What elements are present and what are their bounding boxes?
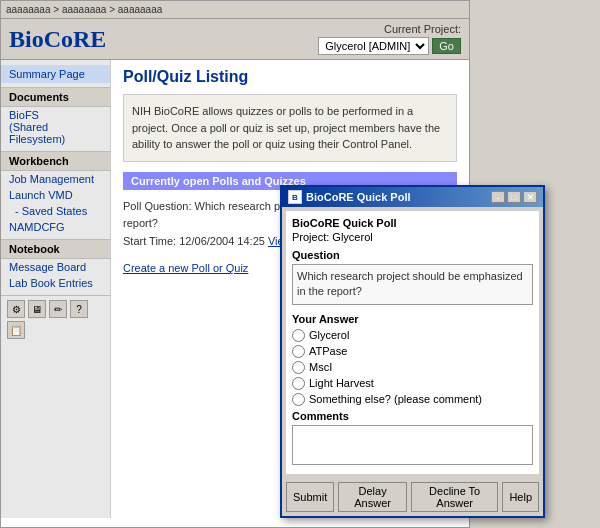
dialog-answer-label: Your Answer [292, 313, 533, 325]
poll-question-label: Poll Question: [123, 200, 191, 212]
radio-light-harvest[interactable] [292, 377, 305, 390]
radio-msci[interactable] [292, 361, 305, 374]
project-select[interactable]: Glycerol [ADMIN] [318, 37, 429, 55]
header-bar: BioCoRE Current Project: Glycerol [ADMIN… [1, 19, 469, 60]
dialog-title-text: BioCoRE Quick Poll [306, 191, 411, 203]
sidebar-item-message-board[interactable]: Message Board [1, 259, 110, 275]
radio-option-glycerol: Glycerol [292, 329, 533, 342]
sidebar-section-documents: Documents [1, 87, 110, 107]
sidebar-item-lab-book[interactable]: Lab Book Entries [1, 275, 110, 291]
tool-icon-1[interactable]: ⚙ [7, 300, 25, 318]
project-section: Current Project: Glycerol [ADMIN] Go [318, 23, 461, 55]
info-box: NIH BioCoRE allows quizzes or polls to b… [123, 94, 457, 162]
dialog-buttons: Submit Delay Answer Decline To Answer He… [282, 478, 543, 516]
breadcrumb: aaaaaaaa > aaaaaaaa > aaaaaaaa [6, 4, 162, 15]
radio-label-atpase: ATPase [309, 345, 347, 357]
page-title: Poll/Quiz Listing [123, 68, 457, 86]
radio-label-something-else: Something else? (please comment) [309, 393, 482, 405]
radio-option-light-harvest: Light Harvest [292, 377, 533, 390]
radio-label-light-harvest: Light Harvest [309, 377, 374, 389]
quick-poll-dialog: B BioCoRE Quick Poll - □ ✕ BioCoRE Quick… [280, 185, 545, 518]
sidebar-item-launch-vmd[interactable]: Launch VMD [1, 187, 110, 203]
dialog-titlebar: B BioCoRE Quick Poll - □ ✕ [282, 187, 543, 207]
dialog-comments-label: Comments [292, 410, 533, 422]
sidebar-item-job-management[interactable]: Job Management [1, 171, 110, 187]
project-label: Current Project: [384, 23, 461, 35]
dialog-question-box: Which research project should be emphasi… [292, 264, 533, 305]
sidebar: Summary Page Documents BioFS (Shared Fil… [1, 60, 111, 518]
dialog-app-title: BioCoRE Quick Poll [292, 217, 533, 229]
radio-something-else[interactable] [292, 393, 305, 406]
start-time-label: Start Time: [123, 235, 176, 247]
tool-icon-2[interactable]: 🖥 [28, 300, 46, 318]
dialog-minimize-button[interactable]: - [491, 191, 505, 203]
dialog-window-buttons: - □ ✕ [491, 191, 537, 203]
sidebar-item-saved-states[interactable]: - Saved States [1, 203, 110, 219]
sidebar-item-summary[interactable]: Summary Page [1, 65, 110, 83]
radio-label-glycerol: Glycerol [309, 329, 349, 341]
decline-button[interactable]: Decline To Answer [411, 482, 498, 512]
sidebar-item-bifs[interactable]: BioFS (Shared Filesystem) [1, 107, 110, 147]
sidebar-section-notebook: Notebook [1, 239, 110, 259]
project-controls: Glycerol [ADMIN] Go [318, 37, 461, 55]
bifs-label: BioFS [9, 109, 39, 121]
dialog-close-button[interactable]: ✕ [523, 191, 537, 203]
info-text: NIH BioCoRE allows quizzes or polls to b… [132, 105, 440, 150]
go-button[interactable]: Go [432, 38, 461, 54]
radio-atpase[interactable] [292, 345, 305, 358]
dialog-project: Project: Glycerol [292, 231, 533, 243]
radio-option-msci: MscI [292, 361, 533, 374]
tool-icon-5[interactable]: 📋 [7, 321, 25, 339]
radio-option-atpase: ATPase [292, 345, 533, 358]
tool-icon-3[interactable]: ✏ [49, 300, 67, 318]
radio-label-msci: MscI [309, 361, 332, 373]
biocore-logo: BioCoRE [9, 26, 106, 53]
submit-button[interactable]: Submit [286, 482, 334, 512]
browser-toolbar: aaaaaaaa > aaaaaaaa > aaaaaaaa [1, 1, 469, 19]
dialog-content: BioCoRE Quick Poll Project: Glycerol Que… [286, 211, 539, 474]
delay-answer-button[interactable]: Delay Answer [338, 482, 407, 512]
dialog-app-icon: B [288, 190, 302, 204]
bifs-sub-label: (Shared Filesystem) [9, 121, 65, 145]
dialog-question-label: Question [292, 249, 533, 261]
dialog-maximize-button[interactable]: □ [507, 191, 521, 203]
dialog-title-left: B BioCoRE Quick Poll [288, 190, 411, 204]
radio-glycerol[interactable] [292, 329, 305, 342]
sidebar-section-workbench: Workbench [1, 151, 110, 171]
tool-icon-4[interactable]: ? [70, 300, 88, 318]
start-time-value: 12/06/2004 14:25 [179, 235, 265, 247]
help-button[interactable]: Help [502, 482, 539, 512]
sidebar-item-namdcfg[interactable]: NAMDCFG [1, 219, 110, 235]
sidebar-tools: ⚙ 🖥 ✏ ? 📋 [1, 295, 110, 343]
dialog-comments-textarea[interactable] [292, 425, 533, 465]
radio-option-something-else: Something else? (please comment) [292, 393, 533, 406]
